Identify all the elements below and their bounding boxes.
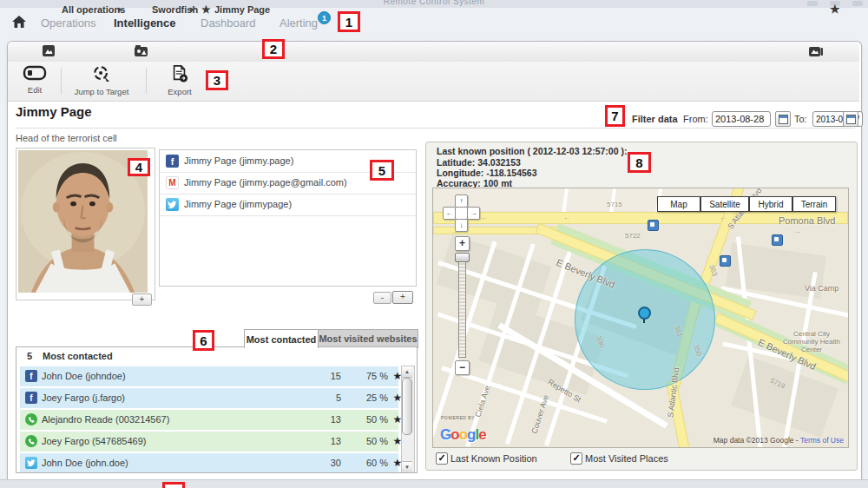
from-calendar-button[interactable] <box>775 111 791 127</box>
transit-stop-icon[interactable] <box>720 255 731 267</box>
all-operations-icon <box>43 45 55 56</box>
export-icon <box>170 65 189 82</box>
export-button[interactable]: Export <box>161 65 198 96</box>
toolbar-separator <box>61 68 62 94</box>
parcel-number: 5715 <box>607 201 622 208</box>
account-row-twitter[interactable]: Jimmy Page (jimmypage) <box>160 194 416 216</box>
calendar-icon <box>846 115 856 124</box>
map-type-satellite-button[interactable]: Satellite <box>700 196 749 212</box>
operation-icon <box>135 45 148 56</box>
scroll-down-icon[interactable]: ▼ <box>402 461 412 472</box>
nav-tab-operations[interactable]: Operations <box>41 16 96 30</box>
edit-icon <box>23 65 47 81</box>
tab-most-visited-websites[interactable]: Most visited websites <box>318 329 418 348</box>
street-label: Via Camp <box>805 284 838 293</box>
nav-tab-intelligence[interactable]: Intelligence <box>114 16 176 30</box>
phone-icon <box>25 435 37 447</box>
add-account-button[interactable]: + <box>392 291 413 304</box>
zoom-out-button[interactable]: − <box>455 360 470 375</box>
annotation-1: 1 <box>338 11 360 32</box>
transit-stop-icon[interactable] <box>648 220 659 231</box>
filter-to-label: To: <box>794 114 807 124</box>
pan-center-button[interactable] <box>455 207 468 220</box>
nav-tab-alerting[interactable]: Alerting <box>279 16 318 30</box>
table-row[interactable]: f John Doe (johndoe) 15 75 % ★ <box>20 366 398 386</box>
pan-right-button[interactable]: → <box>467 207 480 220</box>
breadcrumb-target[interactable]: Jimmy Page <box>214 4 270 15</box>
toolbar <box>8 62 859 102</box>
gmail-icon: M <box>166 176 179 189</box>
zoom-slider-track[interactable] <box>458 255 466 358</box>
home-icon[interactable] <box>12 16 26 29</box>
target-role: Head of the terrorist cell <box>16 133 117 143</box>
last-position-title: Last known position ( 2012-12-03 12:57:0… <box>437 146 627 156</box>
last-known-position-checkbox[interactable]: ✓ <box>436 452 448 465</box>
zoom-slider-thumb[interactable] <box>455 253 470 262</box>
window-close-button[interactable] <box>852 1 863 6</box>
latitude-value: Latitude: 34.032153 <box>437 157 521 168</box>
breadcrumb-caret-icon: ▶ <box>118 6 122 13</box>
terms-of-use-link[interactable]: Terms of Use <box>800 436 844 445</box>
jump-to-target-button[interactable]: Jump to Target <box>71 65 132 96</box>
zoom-in-button[interactable]: + <box>455 236 470 251</box>
bottom-bar <box>0 479 868 488</box>
google-logo[interactable]: Google <box>440 426 486 444</box>
annotation-8: 8 <box>628 152 651 173</box>
breadcrumb-all-operations[interactable]: All operations <box>62 4 125 15</box>
road-arrow-icon: → <box>793 228 800 235</box>
transit-stop-icon[interactable] <box>772 234 783 246</box>
most-visited-places-checkbox[interactable]: ✓ <box>570 452 582 465</box>
target-star-icon: ★ <box>201 3 211 16</box>
map-type-hybrid-button[interactable]: Hybrid <box>749 196 792 212</box>
breadcrumb-caret-icon: ▶ <box>190 6 194 13</box>
tab-most-contacted[interactable]: Most contacted <box>244 329 319 348</box>
road-arrow-icon: ← <box>720 214 727 221</box>
to-calendar-button[interactable] <box>843 111 858 127</box>
nav-tab-dashboard[interactable]: Dashboard <box>201 16 256 30</box>
add-photo-button[interactable]: + <box>132 293 152 306</box>
page-title: Jimmy Page <box>16 104 92 119</box>
window-minimize-button[interactable] <box>807 1 818 6</box>
filter-label: Filter data <box>632 114 678 124</box>
map-type-map-button[interactable]: Map <box>657 196 700 212</box>
table-header-count: 5 <box>27 351 32 361</box>
facebook-icon: f <box>166 155 179 168</box>
pan-up-button[interactable]: ↑ <box>455 195 468 208</box>
twitter-icon <box>166 198 179 211</box>
divider <box>16 128 855 129</box>
window-titlebar: Remote Control System <box>0 0 868 8</box>
table-row[interactable]: Alejandro Reade (003214567) 13 50 % ★ <box>20 410 398 430</box>
window-title: Remote Control System <box>0 0 868 6</box>
favorite-star-icon[interactable]: ★ <box>830 3 840 16</box>
map-type-terrain-button[interactable]: Terrain <box>792 196 836 212</box>
pan-left-button[interactable]: ← <box>443 207 456 220</box>
edit-button[interactable]: Edit <box>16 65 54 95</box>
table-scrollbar[interactable]: ▲ ▼ <box>401 366 415 473</box>
poi-label: Central City Community Health Center <box>779 330 845 353</box>
gallery-icon[interactable] <box>809 45 823 56</box>
phone-icon <box>25 413 37 425</box>
filter-from-input[interactable] <box>712 111 771 127</box>
calendar-icon <box>779 115 788 124</box>
facebook-icon: f <box>25 370 37 382</box>
most-contacted-table: 5 Most contacted f John Doe (johndoe) 15… <box>16 346 418 473</box>
main-nav: Operations Intelligence Dashboard Alerti… <box>0 8 868 37</box>
road-arrow-icon: ← <box>563 214 570 221</box>
facebook-icon: f <box>25 392 37 404</box>
table-row[interactable]: f Joey Fargo (j.fargo) 5 25 % ★ <box>20 388 398 408</box>
most-visited-places-label: Most Visited Places <box>585 453 668 464</box>
table-row[interactable]: Joey Fargo (547685469) 13 50 % ★ <box>20 432 398 452</box>
scroll-up-icon[interactable]: ▲ <box>402 366 412 378</box>
table-row[interactable]: John Doe (john.doe) 30 60 % ★ <box>20 453 398 473</box>
annotation-7: 7 <box>605 105 625 127</box>
pan-down-button[interactable]: ↓ <box>455 219 468 232</box>
map-viewport[interactable]: ← ← → ← → Pomona Blvd S Atlantic Blvd S … <box>432 188 849 448</box>
scrollbar-thumb[interactable] <box>402 378 412 435</box>
position-pin-icon[interactable] <box>638 307 651 320</box>
remove-account-button[interactable]: - <box>373 292 391 304</box>
filter-from-label: From: <box>683 114 708 124</box>
toolbar-separator <box>146 68 147 94</box>
annotation-2: 2 <box>262 39 285 59</box>
annotation-partial <box>162 482 185 488</box>
longitude-value: Longitude: -118.154563 <box>437 168 537 178</box>
